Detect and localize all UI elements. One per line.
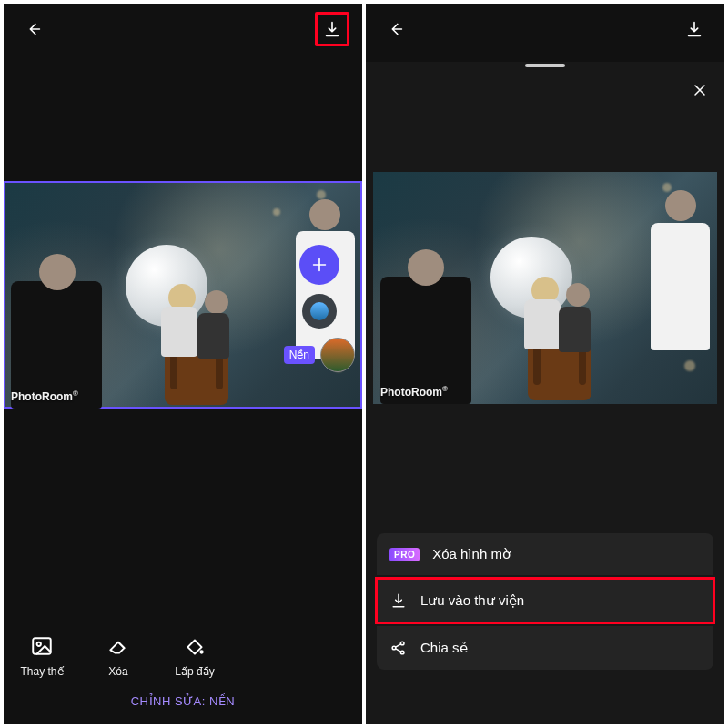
- eraser-icon: [105, 632, 132, 660]
- editor-screen: PhotoRoom® Nền Thay thế: [4, 4, 362, 724]
- tool-label: Xóa: [108, 665, 127, 678]
- plus-icon: [309, 255, 329, 275]
- share-icon: [389, 639, 408, 657]
- export-actions: PRO Xóa hình mờ Lưu vào thư viện Chia sẻ: [377, 533, 713, 670]
- svg-point-1: [37, 642, 41, 646]
- background-layer-button[interactable]: [320, 338, 355, 372]
- background-layer-row: Nền: [284, 338, 355, 372]
- back-button[interactable]: [379, 12, 413, 46]
- remove-watermark-action[interactable]: PRO Xóa hình mờ: [377, 533, 713, 575]
- sheet-drag-handle[interactable]: [525, 64, 565, 67]
- background-tag: Nền: [284, 346, 315, 364]
- tool-label: Lấp đầy: [175, 665, 214, 678]
- erase-tool[interactable]: Xóa: [91, 632, 146, 678]
- subject-icon: [310, 302, 329, 320]
- action-label: Chia sẻ: [420, 640, 468, 656]
- download-icon: [322, 19, 342, 39]
- top-bar: [4, 4, 362, 54]
- back-button[interactable]: [16, 12, 51, 46]
- add-layer-button[interactable]: [299, 245, 339, 285]
- pro-badge: PRO: [389, 548, 420, 561]
- tool-label: Thay thế: [20, 665, 63, 678]
- export-preview: PhotoRoom®: [366, 172, 724, 404]
- bucket-icon: [181, 632, 208, 660]
- close-icon: [691, 81, 709, 99]
- replace-tool[interactable]: Thay thế: [15, 632, 69, 678]
- bottom-toolbar: Thay thế Xóa Lấp đầy CHỈNH SỬA: NỀN: [4, 605, 362, 724]
- download-icon: [389, 592, 408, 610]
- download-button[interactable]: [315, 12, 349, 46]
- watermark: PhotoRoom®: [11, 389, 78, 403]
- canvas[interactable]: PhotoRoom® Nền: [4, 181, 362, 409]
- svg-point-2: [199, 650, 203, 653]
- photo-preview[interactable]: PhotoRoom® Nền: [4, 181, 362, 409]
- close-button[interactable]: [686, 76, 713, 104]
- watermark: PhotoRoom®: [380, 385, 448, 399]
- photo-preview: PhotoRoom®: [373, 172, 717, 404]
- share-action[interactable]: Chia sẻ: [377, 626, 713, 670]
- subject-layer-button[interactable]: [302, 294, 337, 329]
- image-icon: [28, 632, 56, 660]
- action-label: Xóa hình mờ: [432, 546, 511, 562]
- export-screen: PhotoRoom® PRO Xóa hình mờ Lưu vào thư v…: [366, 4, 724, 724]
- top-bar: [366, 4, 724, 54]
- watermark-text: PhotoRoom: [380, 386, 442, 399]
- arrow-left-icon: [386, 19, 406, 39]
- svg-rect-0: [33, 638, 51, 653]
- section-label: CHỈNH SỬA: NỀN: [15, 678, 351, 717]
- save-to-library-action[interactable]: Lưu vào thư viện: [377, 579, 713, 622]
- arrow-left-icon: [24, 19, 44, 39]
- fill-tool[interactable]: Lấp đầy: [167, 632, 222, 678]
- download-icon: [684, 19, 704, 39]
- action-label: Lưu vào thư viện: [420, 592, 524, 609]
- layer-panel: Nền: [284, 245, 355, 372]
- download-button[interactable]: [677, 12, 712, 46]
- watermark-text: PhotoRoom: [11, 390, 73, 403]
